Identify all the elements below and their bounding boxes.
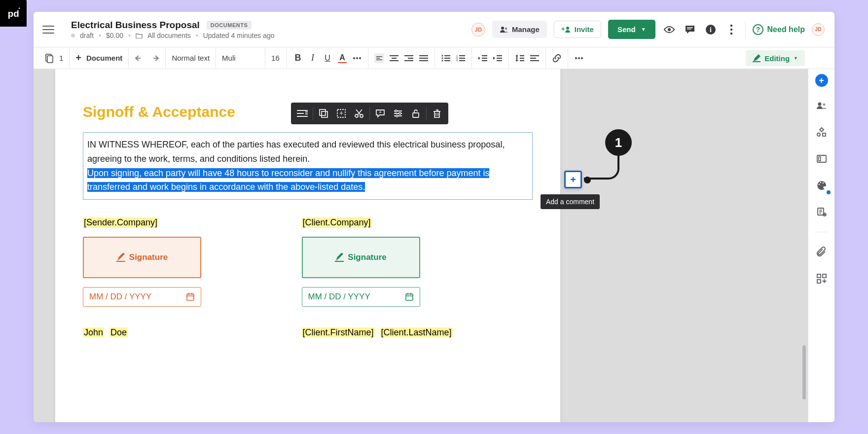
document-label: Document — [86, 54, 122, 62]
page-count: 1 — [59, 54, 63, 62]
svg-rect-75 — [434, 111, 439, 117]
underline-button[interactable]: U — [323, 53, 332, 63]
client-company-token[interactable]: [Client.Company] — [302, 217, 372, 228]
menu-icon[interactable] — [42, 24, 54, 36]
svg-point-59 — [581, 57, 583, 59]
comments-icon[interactable] — [683, 23, 697, 36]
svg-rect-46 — [482, 58, 487, 59]
add-content-button[interactable]: + — [815, 74, 828, 87]
smart-content-icon[interactable] — [814, 204, 830, 220]
align-right-icon[interactable] — [404, 53, 414, 63]
svg-rect-64 — [320, 109, 326, 115]
folder-link[interactable]: All documents — [147, 32, 191, 39]
settings-icon[interactable] — [390, 105, 406, 122]
canvas: + + — [34, 69, 808, 422]
send-button[interactable]: Send ▼ — [608, 20, 655, 39]
text-color-button[interactable]: A — [337, 53, 347, 63]
sender-date-field[interactable]: MM / DD / YYYY — [83, 287, 201, 307]
design-icon[interactable] — [814, 178, 830, 193]
indent-icon[interactable] — [493, 53, 503, 63]
pages-icon[interactable] — [44, 53, 54, 63]
svg-rect-45 — [482, 55, 487, 56]
client-date-field[interactable]: MM / DD / YYYY — [302, 287, 420, 307]
apps-icon[interactable] — [814, 271, 830, 287]
numbered-list-icon[interactable]: 123 — [456, 53, 466, 63]
manage-button[interactable]: Manage — [492, 21, 547, 38]
variables-icon[interactable] — [814, 124, 830, 140]
svg-rect-52 — [520, 58, 524, 59]
brand-logo: pd — [0, 0, 27, 27]
svg-point-57 — [575, 57, 577, 59]
add-comment-button[interactable]: + — [564, 171, 582, 188]
more-text-icon[interactable] — [352, 53, 362, 63]
paragraph-spacing-icon[interactable] — [530, 53, 540, 63]
save-block-icon[interactable]: + — [333, 105, 350, 122]
link-icon[interactable] — [552, 53, 562, 63]
svg-rect-93 — [817, 280, 821, 283]
info-icon[interactable]: i — [704, 23, 718, 36]
client-last-token[interactable]: [Client.LastName] — [380, 327, 453, 337]
text-block[interactable]: IN WITNESS WHEREOF, each of the parties … — [83, 132, 533, 200]
align-center-icon[interactable] — [389, 53, 399, 63]
redo-icon[interactable] — [149, 53, 159, 63]
outdent-icon[interactable] — [478, 53, 488, 63]
preview-icon[interactable] — [662, 23, 676, 36]
sender-last-name[interactable]: Doe — [109, 327, 128, 337]
delete-icon[interactable] — [429, 105, 445, 122]
mode-button[interactable]: Editing ▼ — [746, 50, 805, 66]
bullet-list-icon[interactable] — [441, 53, 451, 63]
align-left-icon[interactable] — [374, 53, 384, 63]
recipients-icon[interactable] — [814, 98, 830, 113]
lock-icon[interactable] — [407, 105, 424, 122]
updated-label: Updated 4 minutes ago — [203, 32, 275, 39]
sender-first-name[interactable]: John — [83, 327, 104, 337]
sender-company-token[interactable]: [Sender.Company] — [83, 217, 158, 228]
send-label: Send — [617, 25, 636, 34]
duplicate-icon[interactable] — [315, 105, 332, 122]
more-vertical-icon[interactable] — [724, 23, 738, 36]
svg-point-87 — [820, 182, 821, 183]
svg-rect-17 — [47, 56, 53, 63]
need-help-label: Need help — [767, 25, 805, 34]
content-library-icon[interactable] — [814, 151, 830, 167]
need-help-button[interactable]: ? Need help — [753, 24, 805, 35]
attachments-icon[interactable] — [814, 244, 830, 260]
line-spacing-icon[interactable] — [515, 53, 525, 63]
italic-button[interactable]: I — [308, 53, 318, 63]
client-first-token[interactable]: [Client.FirstName] — [302, 327, 375, 337]
svg-rect-56 — [530, 60, 539, 61]
document-page: + + — [55, 69, 560, 422]
svg-rect-21 — [376, 56, 382, 57]
insert-document-button[interactable]: + Document — [70, 47, 129, 69]
svg-rect-30 — [419, 55, 428, 56]
svg-rect-36 — [444, 58, 450, 59]
client-name: [Client.FirstName] [Client.LastName] — [302, 327, 509, 338]
invite-button[interactable]: + Invite — [554, 21, 601, 38]
text-style-select[interactable]: Normal text — [166, 47, 216, 69]
svg-rect-48 — [497, 55, 502, 56]
document-title[interactable]: Electrical Business Proposal — [71, 20, 200, 31]
svg-rect-62 — [297, 113, 304, 114]
client-signature-field[interactable]: Signature — [302, 237, 420, 278]
bold-button[interactable]: B — [293, 53, 303, 63]
more-toolbar-icon[interactable] — [574, 53, 584, 63]
user-avatar[interactable]: JD — [812, 23, 825, 36]
undo-icon[interactable] — [135, 53, 145, 63]
svg-rect-26 — [390, 60, 398, 61]
svg-rect-23 — [376, 59, 382, 60]
scrollbar[interactable] — [802, 345, 806, 399]
status-label: draft — [80, 32, 94, 39]
columns-icon[interactable] — [294, 105, 311, 122]
svg-rect-34 — [444, 55, 450, 56]
invite-label: Invite — [575, 25, 594, 34]
svg-rect-65 — [322, 111, 327, 117]
svg-point-6 — [668, 28, 671, 31]
cut-icon[interactable] — [351, 105, 367, 122]
sender-signature-field[interactable]: Signature — [83, 237, 201, 278]
price-label: $0.00 — [106, 32, 123, 39]
align-justify-icon[interactable] — [419, 53, 429, 63]
font-select[interactable]: Muli — [216, 47, 265, 69]
comment-block-icon[interactable]: + — [372, 105, 389, 122]
font-size-select[interactable]: 16 — [265, 47, 287, 69]
recipient-avatar[interactable]: JD — [471, 23, 485, 36]
